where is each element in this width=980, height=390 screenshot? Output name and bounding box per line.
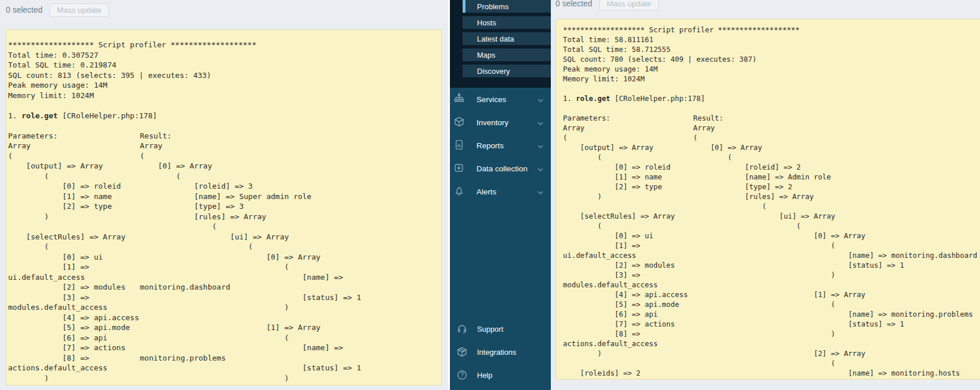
- bell-icon: [453, 186, 465, 197]
- sidebar: Problems Hosts Latest data Maps Discover…: [450, 0, 551, 390]
- api-call-location: [CRoleHelper.php:178]: [58, 111, 157, 120]
- api-call-name: role.get: [576, 94, 610, 103]
- footer-label: Support: [477, 325, 544, 333]
- footer-label: Integrations: [477, 348, 544, 357]
- submenu-label: Maps: [477, 51, 495, 59]
- sidebar-item-problems[interactable]: Problems: [463, 0, 551, 13]
- script-profiler-panel-right: ******************* Script profiler ****…: [555, 19, 980, 380]
- menu-label: Data collection: [476, 164, 538, 173]
- parameters-result-table: Parameters: Array ( [output] => Array ( …: [563, 113, 980, 380]
- result-column: Result: Array ( [0] => Array ( [roleid] …: [693, 113, 980, 380]
- menu-label: Reports: [476, 141, 538, 150]
- submenu-label: Problems: [477, 2, 509, 11]
- sidebar-item-support[interactable]: Support: [450, 317, 551, 340]
- package-icon: [457, 347, 467, 357]
- parameters-column: Parameters: Array ( [output] => Array ( …: [563, 113, 689, 380]
- sidebar-footer: Support Integrations ? Help: [450, 317, 551, 387]
- cube-icon: [453, 117, 465, 128]
- chevron-down-icon: [538, 95, 543, 104]
- sidebar-item-help[interactable]: ? Help: [450, 363, 551, 387]
- left-browser-pane: 0 selected Mass update *****************…: [0, 0, 448, 390]
- menu-label: Alerts: [476, 187, 538, 196]
- chevron-down-icon: [538, 187, 543, 196]
- result-column: Result: Array ( [0] => Array ( [roleid] …: [140, 131, 407, 384]
- script-profiler-panel-left: ******************* Script profiler ****…: [6, 29, 442, 385]
- parameters-column: Parameters: Array ( [output] => Array ( …: [8, 131, 140, 384]
- parameters-result-table: Parameters: Array ( [output] => Array ( …: [8, 131, 439, 384]
- main-menu: Services Inventory: [450, 88, 551, 203]
- left-toolbar: 0 selected Mass update: [6, 3, 109, 17]
- sidebar-item-integrations[interactable]: Integrations: [450, 340, 551, 363]
- api-call-location: [CRoleHelper.php:178]: [610, 94, 705, 103]
- chevron-down-icon: [538, 141, 543, 150]
- chevron-down-icon: [538, 118, 543, 127]
- profiler-summary-text: ******************* Script profiler ****…: [8, 40, 256, 120]
- submenu-label: Hosts: [477, 18, 496, 27]
- question-circle-icon: ?: [457, 370, 467, 380]
- sidebar-item-inventory[interactable]: Inventory: [450, 111, 551, 134]
- sidebar-item-data-collection[interactable]: Data collection: [450, 157, 551, 180]
- sidebar-item-alerts[interactable]: Alerts: [450, 180, 551, 203]
- headset-icon: [457, 324, 467, 334]
- monitoring-submenu: Problems Hosts Latest data Maps Discover…: [450, 0, 551, 88]
- submenu-label: Latest data: [477, 35, 514, 43]
- profiler-summary: ******************* Script profiler ****…: [563, 25, 980, 103]
- sidebar-item-reports[interactable]: Reports: [450, 134, 551, 157]
- submenu-label: Discovery: [477, 67, 510, 76]
- mass-update-button[interactable]: Mass update: [50, 3, 109, 17]
- selected-count-label: 0 selected: [555, 0, 592, 8]
- sitemap-icon: [453, 93, 465, 105]
- sidebar-item-services[interactable]: Services: [450, 88, 551, 111]
- sidebar-item-latest-data[interactable]: Latest data: [463, 32, 551, 45]
- sidebar-item-maps[interactable]: Maps: [463, 48, 551, 61]
- menu-label: Services: [476, 95, 538, 104]
- sidebar-item-discovery[interactable]: Discovery: [463, 65, 551, 77]
- mass-update-button[interactable]: Mass update: [599, 0, 659, 10]
- profiler-summary-text: ******************* Script profiler ****…: [563, 25, 799, 103]
- chevron-down-icon: [538, 164, 543, 173]
- sidebar-item-hosts[interactable]: Hosts: [463, 16, 551, 29]
- right-toolbar: 0 selected Mass update: [555, 0, 659, 10]
- selected-count-label: 0 selected: [6, 5, 43, 14]
- menu-label: Inventory: [476, 118, 538, 127]
- box-down-arrow-icon: [453, 163, 465, 174]
- profiler-summary: ******************* Script profiler ****…: [8, 40, 439, 121]
- svg-text:?: ?: [460, 372, 464, 378]
- document-chart-icon: [453, 140, 465, 151]
- right-browser-pane: 0 selected Mass update *****************…: [551, 0, 980, 390]
- api-call-name: role.get: [21, 111, 58, 120]
- footer-label: Help: [477, 371, 544, 380]
